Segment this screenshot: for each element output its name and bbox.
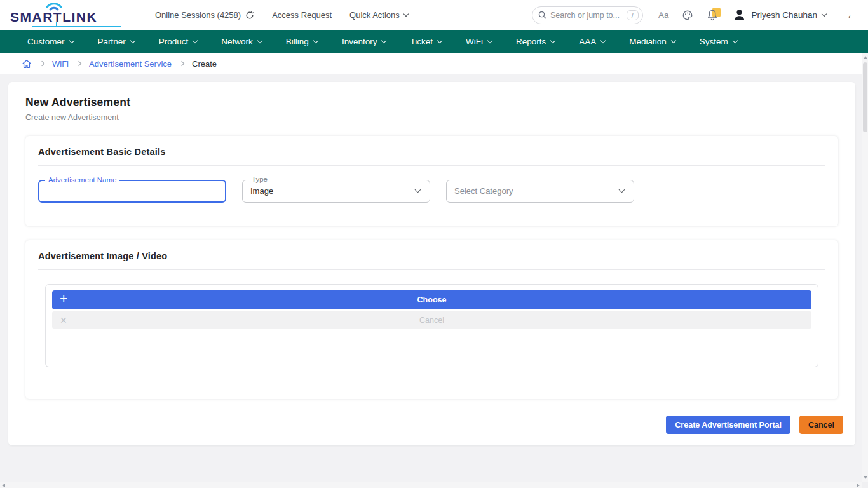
logo-text: SMARTLINK (10, 10, 97, 25)
basic-details-heading: Advertisement Basic Details (38, 147, 825, 157)
close-icon: ✕ (60, 315, 67, 325)
advertisement-name-value (39, 187, 47, 196)
search-input[interactable] (550, 11, 623, 20)
nav-item-network[interactable]: Network (209, 30, 274, 53)
nav-item-inventory[interactable]: Inventory (330, 30, 398, 53)
nav-label: Mediation (629, 37, 667, 46)
chevron-down-icon (822, 11, 827, 17)
chevron-down-icon (130, 38, 135, 43)
online-sessions: Online Sessions (4258) (155, 10, 254, 20)
logo-underline (32, 26, 121, 27)
scroll-up-arrow[interactable] (864, 56, 867, 59)
breadcrumb-current: Create (192, 59, 217, 69)
chevron-down-icon (437, 38, 442, 43)
chevron-down-icon (550, 38, 555, 43)
nav-item-aaa[interactable]: AAA (567, 30, 617, 53)
main-content: New Advertisement Create new Advertiseme… (0, 74, 868, 445)
nav-label: Inventory (342, 37, 377, 46)
chevron-down-icon (671, 38, 676, 43)
choose-file-button[interactable]: + Choose (52, 290, 811, 309)
breadcrumb: WiFi Advertisement Service Create (0, 53, 862, 74)
cancel-button[interactable]: Cancel (799, 416, 843, 434)
chevron-down-icon (381, 38, 386, 43)
refresh-icon[interactable] (245, 11, 254, 20)
chevron-down-icon (619, 187, 625, 193)
top-bar: SMARTLINK Online Sessions (4258) Access … (0, 0, 868, 30)
vertical-scrollbar[interactable] (862, 53, 868, 482)
chevron-down-icon (403, 11, 409, 17)
nav-label: Ticket (410, 37, 433, 46)
user-name: Priyesh Chauhan (751, 10, 817, 20)
vertical-scroll-thumb[interactable] (863, 62, 867, 132)
nav-item-mediation[interactable]: Mediation (617, 30, 688, 53)
nav-label: Product (159, 37, 189, 46)
nav-label: System (700, 37, 728, 46)
upload-cancel-button[interactable]: ✕ Cancel (52, 311, 811, 329)
chevron-down-icon (193, 38, 198, 43)
theme-palette-icon[interactable] (682, 10, 693, 21)
upload-dropzone[interactable] (45, 334, 818, 367)
scroll-right-arrow[interactable] (857, 484, 860, 487)
online-sessions-label: Online Sessions (4258) (155, 10, 241, 20)
media-heading: Advertisement Image / Video (38, 251, 825, 261)
advertisement-name-label: Advertisement Name (45, 176, 119, 184)
breadcrumb-service-link[interactable]: Advertisement Service (89, 59, 172, 69)
chevron-right-icon (76, 61, 81, 66)
nav-item-ticket[interactable]: Ticket (398, 30, 454, 53)
nav-item-system[interactable]: System (688, 30, 749, 53)
access-request-link[interactable]: Access Request (272, 10, 332, 20)
global-search[interactable]: / (532, 6, 643, 24)
search-shortcut-badge: / (627, 10, 639, 20)
nav-item-billing[interactable]: Billing (274, 30, 330, 53)
nav-item-wifi[interactable]: WiFi (454, 30, 504, 53)
page-title: New Advertisement (25, 96, 838, 109)
nav-item-product[interactable]: Product (147, 30, 210, 53)
category-placeholder: Select Category (447, 186, 513, 196)
chevron-down-icon (487, 38, 492, 43)
nav-item-customer[interactable]: Customer (15, 30, 86, 53)
horizontal-scrollbar[interactable] (0, 482, 862, 488)
home-icon[interactable] (22, 59, 32, 69)
wifi-signal-icon (46, 1, 62, 11)
avatar (733, 8, 746, 22)
create-advertisement-button[interactable]: Create Advertisement Portal (666, 416, 790, 434)
media-section: Advertisement Image / Video + Choose ✕ C… (25, 240, 838, 399)
nav-label: Customer (27, 37, 65, 46)
back-arrow-icon[interactable]: ← (846, 8, 858, 22)
notifications-bell-icon[interactable] (707, 9, 719, 22)
divider (38, 165, 825, 166)
chevron-down-icon (733, 38, 738, 43)
user-menu[interactable]: Priyesh Chauhan (733, 8, 826, 22)
chevron-down-icon (313, 38, 318, 43)
nav-item-reports[interactable]: Reports (504, 30, 567, 53)
nav-label: Network (221, 37, 253, 46)
scrollbar-corner (862, 482, 868, 488)
category-select[interactable]: Select Category (446, 180, 634, 203)
basic-details-section: Advertisement Basic Details Advertisemen… (25, 136, 838, 226)
nav-label: Billing (286, 37, 309, 46)
nav-label: Reports (516, 37, 546, 46)
breadcrumb-wifi-link[interactable]: WiFi (52, 59, 69, 69)
nav-label: AAA (579, 37, 596, 46)
plus-icon: + (60, 291, 67, 306)
scroll-left-arrow[interactable] (2, 484, 5, 487)
advertisement-name-field[interactable]: Advertisement Name (38, 180, 226, 203)
chevron-down-icon (257, 38, 262, 43)
chevron-right-icon (39, 61, 44, 66)
type-value: Image (243, 186, 273, 196)
nav-item-partner[interactable]: Partner (86, 30, 147, 53)
quick-actions-menu[interactable]: Quick Actions (349, 10, 408, 20)
nav-label: Partner (98, 37, 126, 46)
divider (38, 269, 825, 270)
smartlink-logo[interactable]: SMARTLINK (10, 3, 123, 28)
chevron-down-icon (69, 38, 74, 43)
font-size-toggle[interactable]: Aa (658, 10, 669, 20)
scroll-down-arrow[interactable] (864, 476, 867, 479)
main-navbar: Customer Partner Product Network Billing… (0, 30, 868, 53)
quick-actions-label: Quick Actions (349, 10, 400, 20)
form-actions: Create Advertisement Portal Cancel (666, 416, 843, 434)
type-label: Type (248, 175, 271, 183)
nav-label: WiFi (466, 37, 483, 46)
type-select[interactable]: Type Image (242, 180, 430, 203)
upload-cancel-label: Cancel (419, 316, 444, 325)
